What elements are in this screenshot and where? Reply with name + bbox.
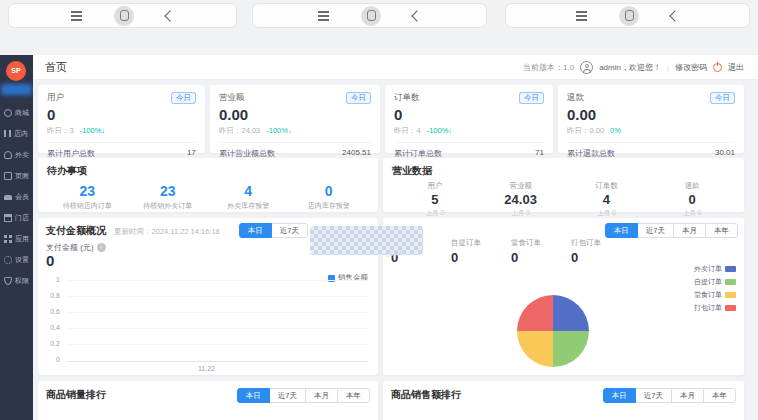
business-item: 用户 5 上月 0: [392, 181, 478, 218]
filter-week[interactable]: 近7天: [637, 223, 674, 238]
filter-month[interactable]: 本月: [671, 388, 704, 403]
page-title: 首页: [45, 55, 67, 80]
filter-week[interactable]: 近7天: [269, 388, 306, 403]
sidebar-item-mall[interactable]: 商城: [0, 102, 33, 123]
filter-today[interactable]: 本日: [605, 223, 638, 238]
stat-value: 0.00: [567, 106, 735, 123]
legend-item[interactable]: 自提订单: [694, 277, 736, 287]
todo-label: 待核销外卖订单: [128, 201, 209, 211]
order-stat-label: 自提订单: [451, 238, 511, 247]
filter-week[interactable]: 近7天: [635, 388, 672, 403]
revenue-rank-title: 商品销售额排行: [391, 388, 461, 402]
filter-week[interactable]: 近7天: [271, 223, 308, 238]
todo-label: 待核销店内订单: [47, 201, 128, 211]
home-icon[interactable]: [619, 6, 639, 26]
censored-selected-item[interactable]: [1, 84, 32, 95]
change-value: -100%↓: [266, 126, 291, 135]
store-icon: [4, 214, 12, 222]
business-label: 用户: [392, 181, 478, 191]
stat-title: 用户: [47, 92, 64, 104]
sales-rank-card: 商品销量排行 本日 近7天 本月 本年: [38, 381, 378, 420]
sidebar-item-label: 应用: [15, 234, 29, 244]
filter-today[interactable]: 本日: [239, 223, 272, 238]
sidebar-item-label: 会员: [15, 192, 29, 202]
today-badge[interactable]: 今日: [710, 92, 735, 104]
order-stat: 打包订单 0: [571, 238, 631, 265]
mobile-navbar-2: [252, 3, 487, 28]
version-label: 当前版本：1.0: [523, 62, 574, 73]
screen: SP 商城 店内 外卖 页面 会员 门店 应: [0, 0, 758, 420]
menu-icon[interactable]: [318, 15, 329, 17]
instore-icon: [4, 130, 11, 137]
change-password-link[interactable]: 修改密码: [675, 62, 707, 73]
header-right: 当前版本：1.0 admin，欢迎您！ | 修改密码 退出: [523, 55, 744, 80]
stat-value: 0: [47, 106, 196, 123]
today-badge[interactable]: 今日: [171, 92, 196, 104]
back-icon[interactable]: [164, 10, 175, 21]
stat-value: 0.00: [219, 106, 371, 123]
todo-item[interactable]: 0 店内库存预警: [289, 183, 370, 211]
home-icon[interactable]: [361, 6, 381, 26]
sidebar-item-member[interactable]: 会员: [0, 186, 33, 207]
sidebar-item-apps[interactable]: 应用: [0, 228, 33, 249]
app-logo[interactable]: SP: [6, 61, 26, 81]
todo-value: 23: [128, 183, 209, 199]
y-tick: 1: [42, 276, 60, 284]
gridline: [66, 344, 368, 345]
filter-year[interactable]: 本年: [705, 223, 738, 238]
todo-title: 待办事项: [47, 164, 369, 178]
logout-link[interactable]: 退出: [728, 62, 744, 73]
sales-rank-filter-group: 本日 近7天 本月 本年: [237, 388, 370, 403]
sidebar-item-permission[interactable]: 权限: [0, 270, 33, 291]
sidebar-item-label: 门店: [15, 213, 29, 223]
todo-item[interactable]: 23 待核销外卖订单: [128, 183, 209, 211]
yesterday-label: 昨日：3: [47, 126, 74, 135]
home-icon[interactable]: [114, 6, 134, 26]
order-stat: 堂食订单 0: [511, 238, 571, 265]
back-icon[interactable]: [669, 10, 680, 21]
revenue-rank-filter-group: 本日 近7天 本月 本年: [603, 388, 736, 403]
sidebar-item-label: 商城: [15, 108, 29, 118]
today-badge[interactable]: 今日: [519, 92, 544, 104]
filter-month[interactable]: 本月: [673, 223, 706, 238]
stat-card-refund: 退款 今日 0.00 昨日：0.000% 累计退款总数30.01: [558, 85, 744, 153]
change-value: -100%↓: [80, 126, 105, 135]
order-type-pie-chart[interactable]: [517, 295, 589, 367]
sidebar-item-takeout[interactable]: 外卖: [0, 144, 33, 165]
filter-year[interactable]: 本年: [703, 388, 736, 403]
filter-month[interactable]: 本月: [305, 388, 338, 403]
info-icon[interactable]: [97, 243, 106, 252]
sidebar-item-label: 页面: [15, 171, 29, 181]
payment-title: 支付金额概况: [46, 224, 106, 238]
today-badge[interactable]: 今日: [346, 92, 371, 104]
sidebar-item-store[interactable]: 门店: [0, 207, 33, 228]
business-value: 4: [564, 192, 650, 207]
todo-item[interactable]: 23 待核销店内订单: [47, 183, 128, 211]
filter-year[interactable]: 本年: [337, 388, 370, 403]
legend-item[interactable]: 堂食订单: [694, 290, 736, 300]
business-value: 24.03: [478, 192, 564, 207]
sidebar-item-pages[interactable]: 页面: [0, 165, 33, 186]
gridline: [66, 296, 368, 297]
menu-icon[interactable]: [576, 15, 587, 17]
yesterday-label: 昨日：0.00: [567, 126, 604, 135]
apps-icon: [4, 235, 12, 243]
update-time: 更新时间：2024.11.22 14:16:18: [114, 227, 220, 237]
order-stat-value: 0: [511, 250, 571, 265]
censored-mosaic: [310, 226, 423, 255]
filter-today[interactable]: 本日: [237, 388, 270, 403]
legend-item[interactable]: 外卖订单: [694, 264, 736, 274]
legend-label: 打包订单: [694, 303, 722, 313]
user-avatar-icon[interactable]: [580, 61, 593, 74]
order-filter-group: 本日 近7天 本月 本年: [605, 223, 738, 238]
back-icon[interactable]: [411, 10, 422, 21]
todo-item[interactable]: 4 外卖库存预警: [208, 183, 289, 211]
sidebar-item-instore[interactable]: 店内: [0, 123, 33, 144]
business-label: 退款: [649, 181, 735, 191]
y-tick: 0.2: [42, 340, 60, 348]
filter-today[interactable]: 本日: [603, 388, 636, 403]
legend-item[interactable]: 打包订单: [694, 303, 736, 313]
chart-legend[interactable]: 销售金额: [328, 273, 368, 283]
menu-icon[interactable]: [71, 15, 82, 17]
sidebar-item-settings[interactable]: 设置: [0, 249, 33, 270]
